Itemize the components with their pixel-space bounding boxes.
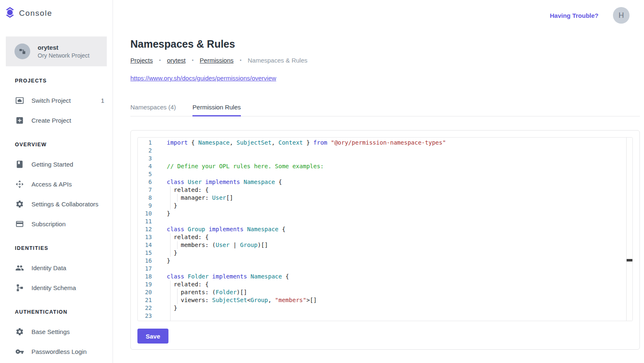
sidebar-item-subscription[interactable]: Subscription — [0, 214, 113, 234]
save-button[interactable]: Save — [137, 329, 168, 344]
line-number: 5 — [138, 170, 156, 178]
code-text: class User implements Namespace { — [156, 178, 632, 186]
code-text — [156, 218, 632, 225]
sidebar-item-label: Base Settings — [31, 328, 70, 335]
sidebar-item-access-apis[interactable]: Access & APIs — [0, 174, 113, 194]
code-line: 18class Folder implements Namespace { — [138, 273, 632, 281]
line-number: 20 — [138, 288, 156, 296]
ory-logo-icon — [5, 6, 15, 20]
indent-guide — [177, 288, 178, 296]
line-number: 16 — [138, 257, 156, 265]
breadcrumb-item[interactable]: Projects — [130, 57, 153, 64]
project-avatar — [14, 44, 30, 59]
code-editor[interactable]: 1import { Namespace, SubjectSet, Context… — [137, 137, 633, 321]
indent-guide — [170, 288, 171, 296]
sidebar-item-label: Switch Project — [31, 97, 71, 104]
sidebar-item-label: Identity Schema — [31, 284, 76, 291]
line-number: 9 — [138, 202, 156, 210]
section-header: IDENTITIES — [0, 244, 113, 252]
code-line: 24 permits = { — [138, 320, 632, 321]
indent-guide — [170, 241, 171, 249]
code-text: related: { — [156, 233, 632, 241]
sidebar-section: PROJECTSSwitch Project1Create Project — [0, 77, 113, 130]
sidebar-section: OVERVIEWGetting StartedAccess & APIsSett… — [0, 141, 113, 234]
page-title: Namespaces & Rules — [130, 38, 640, 50]
sidebar-item-base-settings[interactable]: Base Settings — [0, 322, 113, 341]
project-meta: orytest Ory Network Project — [38, 44, 89, 59]
sidebar-item-switch-project[interactable]: Switch Project1 — [0, 90, 113, 110]
access-apis-icon — [15, 179, 24, 189]
breadcrumb-item[interactable]: Permissions — [200, 57, 234, 64]
editor-scrollbar[interactable] — [626, 138, 632, 321]
sidebar-item-label: Settings & Collaborators — [31, 201, 99, 208]
indent-guide — [177, 296, 178, 304]
topbar: Having Trouble? H — [113, 0, 644, 31]
breadcrumb-separator: • — [240, 58, 241, 63]
code-line: 8 manager: User[] — [138, 194, 632, 202]
code-line: 15 } — [138, 249, 632, 257]
sidebar-item-create-project[interactable]: Create Project — [0, 110, 113, 130]
sidebar-item-identity-schema[interactable]: Identity Schema — [0, 278, 113, 298]
code-text — [156, 147, 632, 155]
sitemap-icon — [18, 47, 26, 56]
code-text: } — [156, 210, 632, 218]
code-line: 10} — [138, 210, 632, 218]
line-number: 22 — [138, 304, 156, 312]
line-number: 7 — [138, 186, 156, 194]
code-line: 5 — [138, 170, 632, 178]
subscription-icon — [15, 219, 24, 228]
current-project[interactable]: orytest Ory Network Project — [6, 36, 107, 66]
code-line: 6class User implements Namespace { — [138, 178, 632, 186]
line-number: 2 — [138, 147, 156, 155]
breadcrumb: Projects•orytest•Permissions•Namespaces … — [130, 57, 640, 64]
doc-link[interactable]: https://www.ory.sh/docs/guides/permissio… — [130, 75, 276, 82]
help-link[interactable]: Having Trouble? — [550, 12, 598, 19]
tab-namespaces-4[interactable]: Namespaces (4) — [130, 104, 176, 116]
line-number: 3 — [138, 155, 156, 162]
code-text — [156, 265, 632, 273]
line-number: 19 — [138, 281, 156, 288]
sidebar-item-getting-started[interactable]: Getting Started — [0, 154, 113, 174]
line-number: 11 — [138, 218, 156, 225]
sidebar-section: IDENTITIESIdentity DataIdentity Schema — [0, 244, 113, 298]
code-text: parents: (Folder)[] — [156, 288, 632, 296]
sidebar-item-passwordless-login[interactable]: Passwordless Login — [0, 341, 113, 361]
indent-guide — [170, 320, 171, 321]
code-text — [156, 170, 632, 178]
brand-name: Console — [19, 9, 52, 18]
base-settings-icon — [15, 327, 24, 336]
line-number: 15 — [138, 249, 156, 257]
breadcrumb-item: Namespaces & Rules — [248, 57, 308, 64]
user-avatar[interactable]: H — [613, 7, 630, 24]
line-number: 13 — [138, 233, 156, 241]
code-text: } — [156, 202, 632, 210]
sidebar-section: AUTHENTICATIONBase SettingsPasswordless … — [0, 308, 113, 361]
section-header: OVERVIEW — [0, 141, 113, 148]
code-text — [156, 312, 632, 320]
indent-guide — [177, 241, 178, 249]
getting-started-icon — [15, 160, 24, 169]
sidebar-item-identity-data[interactable]: Identity Data — [0, 258, 113, 278]
line-number: 12 — [138, 225, 156, 233]
code-line: 14 members: (User | Group)[] — [138, 241, 632, 249]
code-line: 2 — [138, 147, 632, 155]
code-line: 23 — [138, 312, 632, 320]
code-text: manager: User[] — [156, 194, 632, 202]
code-line: 16} — [138, 257, 632, 265]
code-text: class Group implements Namespace { — [156, 225, 632, 233]
breadcrumb-item[interactable]: orytest — [167, 57, 185, 64]
main-area: Having Trouble? H Namespaces & Rules Pro… — [113, 0, 644, 363]
scrollbar-thumb[interactable] — [627, 259, 632, 261]
page-content: Namespaces & Rules Projects•orytest•Perm… — [113, 31, 644, 350]
tab-permission-rules[interactable]: Permission Rules — [192, 104, 241, 116]
code-line: 3 — [138, 155, 632, 162]
code-line: 19 related: { — [138, 281, 632, 288]
sidebar-item-settings-collaborators[interactable]: Settings & Collaborators — [0, 194, 113, 214]
code-text: viewers: SubjectSet<Group, "members">[] — [156, 296, 632, 304]
sidebar-item-label: Identity Data — [31, 264, 66, 271]
rules-card: 1import { Namespace, SubjectSet, Context… — [130, 130, 640, 350]
code-line: 13 related: { — [138, 233, 632, 241]
line-number: 10 — [138, 210, 156, 218]
indent-guide — [170, 281, 171, 288]
brand[interactable]: Console — [0, 0, 113, 27]
